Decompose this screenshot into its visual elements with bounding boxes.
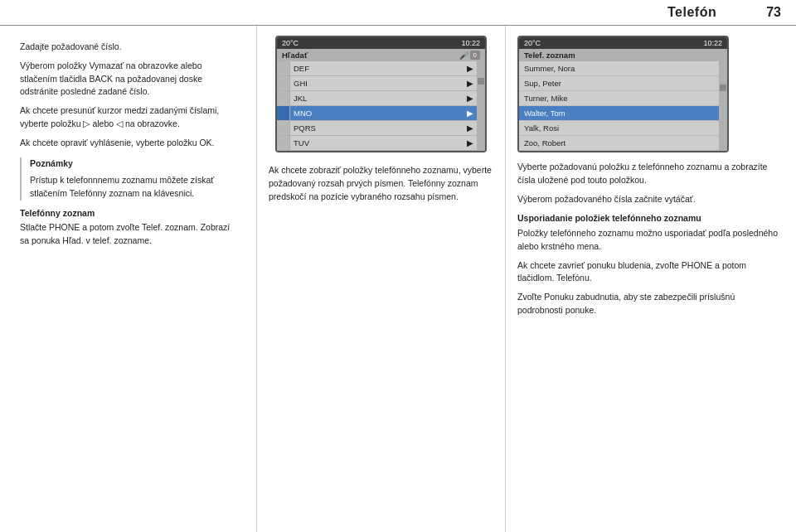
right-scroll-col (719, 61, 727, 151)
header-bar: Telefón 73 (0, 0, 796, 26)
middle-status-bar: 20°C 10:22 (277, 37, 485, 49)
contact-2[interactable]: Turner, Mike (519, 91, 719, 106)
middle-column: 20°C 10:22 Hľadať 🎤 0 (257, 26, 506, 532)
right-para-1: Výberom požadovaného čísla začnite vytáč… (517, 193, 781, 206)
right-status-bar: 20°C 10:22 (519, 37, 727, 49)
right-phone-screen: 20°C 10:22 Telef. zoznam Summer, Nora Su… (517, 36, 729, 152)
middle-icon-row: 🎤 0 (459, 51, 480, 60)
left-para-3: Ak chcete presunúť kurzor medzi zadanými… (20, 104, 241, 131)
left-para-1: Zadajte požadované číslo. (20, 41, 241, 54)
middle-zero-btn[interactable]: 0 (470, 51, 480, 60)
name-col-1: GHI ▶ (290, 76, 477, 90)
note-item-1: Prístup k telefonnnemu zoznamu môžete zí… (30, 174, 241, 201)
letter-col-5 (277, 136, 290, 150)
right-phone-body: Summer, Nora Sup, Peter Turner, Mike Wal… (519, 61, 727, 151)
middle-scroll-col (477, 61, 485, 151)
list-row-0[interactable]: DEF ▶ (277, 61, 477, 76)
middle-mic-icon: 🎤 (459, 51, 468, 60)
middle-scroll-indicator[interactable] (478, 78, 484, 85)
page-number: 73 (766, 5, 781, 20)
letter-col-0 (277, 61, 290, 75)
right-text: Vyberte požadovanú položku z telefónneho… (517, 161, 781, 524)
content-row: Zadajte požadované číslo. Výberom položk… (0, 26, 796, 532)
left-para-4: Ak chcete opraviť vyhlásenie, vyberte po… (20, 137, 241, 150)
name-col-2: JKL ▶ (290, 91, 477, 105)
middle-search-label: Hľadať (282, 51, 308, 60)
section1-text: Stlačte PHONE a potom zvoľte Telef. zozn… (20, 221, 241, 248)
page-container: Telefón 73 Zadajte požadované číslo. Výb… (0, 0, 796, 532)
letter-col-4 (277, 121, 290, 135)
right-temp: 20°C (524, 39, 541, 47)
right-para-5: Zvoľte Ponuku zabudnutia, aby ste zabezp… (517, 291, 781, 317)
left-column: Zadajte požadované číslo. Výberom položk… (0, 26, 257, 532)
list-row-4[interactable]: PQRS ▶ (277, 121, 477, 136)
middle-phone-list: DEF ▶ GHI ▶ (277, 61, 477, 151)
contact-0[interactable]: Summer, Nora (519, 61, 719, 76)
left-para-2: Výberom položky Vymazať na obrazovke ale… (20, 60, 241, 99)
list-row-3[interactable]: MNO ▶ (277, 106, 477, 121)
right-scroll-indicator[interactable] (720, 85, 726, 91)
right-section-heading1: Usporiadanie položiek telefónneho zoznam… (517, 212, 781, 225)
list-row-5[interactable]: TUV ▶ (277, 136, 477, 151)
contact-4[interactable]: Yalk, Rosi (519, 121, 719, 136)
list-row-1[interactable]: GHI ▶ (277, 76, 477, 91)
right-contact-list: Summer, Nora Sup, Peter Turner, Mike Wal… (519, 61, 719, 151)
middle-temp: 20°C (282, 39, 298, 47)
middle-time: 10:22 (461, 39, 480, 47)
contact-3[interactable]: Walter, Tom (519, 106, 719, 121)
right-para-4: Ak chcete zavrieť ponuku bludenia, zvoľt… (517, 259, 781, 286)
name-col-0: DEF ▶ (290, 61, 477, 75)
right-screen-title: Telef. zoznam (524, 51, 575, 60)
middle-paragraph: Ak chcete zobraziť položky telefónneho z… (269, 165, 492, 201)
name-col-3: MNO ▶ (290, 106, 477, 120)
right-title-bar: Telef. zoznam (519, 49, 727, 61)
middle-phone-body: DEF ▶ GHI ▶ (277, 61, 485, 151)
right-time: 10:22 (703, 39, 722, 47)
right-para-0: Vyberte požadovanú položku z telefónneho… (517, 161, 781, 187)
name-col-5: TUV ▶ (290, 136, 477, 150)
letter-col-2 (277, 91, 290, 105)
middle-search-bar: Hľadať 🎤 0 (277, 49, 485, 61)
page-title: Telefón (667, 5, 716, 20)
right-para-3: Položky telefónneho zoznamu možno uspori… (517, 227, 781, 254)
note-section: Poznámky Prístup k telefonnnemu zoznamu … (20, 157, 241, 200)
name-col-4: PQRS ▶ (290, 121, 477, 135)
contact-5[interactable]: Zoo, Robert (519, 136, 719, 151)
contact-1[interactable]: Sup, Peter (519, 76, 719, 91)
note-heading: Poznámky (30, 157, 241, 171)
middle-text: Ak chcete zobraziť položky telefónneho z… (269, 161, 493, 203)
middle-phone-screen: 20°C 10:22 Hľadať 🎤 0 (275, 36, 487, 152)
letter-col-3 (277, 106, 290, 120)
right-column: 20°C 10:22 Telef. zoznam Summer, Nora Su… (506, 26, 796, 532)
section1-heading: Telefónny zoznam (20, 207, 241, 220)
list-row-2[interactable]: JKL ▶ (277, 91, 477, 106)
letter-col-1 (277, 76, 290, 90)
